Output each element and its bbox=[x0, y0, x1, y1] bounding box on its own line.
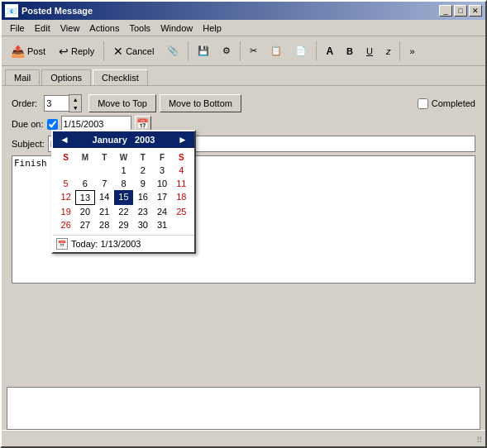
tab-options[interactable]: Options bbox=[41, 69, 91, 85]
cal-day-7[interactable]: 7 bbox=[95, 177, 114, 190]
cal-week-4: 19 20 21 22 23 24 25 bbox=[56, 205, 191, 218]
cal-day-27[interactable]: 27 bbox=[75, 218, 94, 231]
cal-day-4[interactable]: 4 bbox=[172, 164, 191, 177]
cal-day-20[interactable]: 20 bbox=[75, 205, 94, 218]
attachment-button[interactable]: 📎 bbox=[161, 40, 184, 63]
menu-help[interactable]: Help bbox=[198, 21, 227, 35]
menu-window[interactable]: Window bbox=[155, 21, 198, 35]
cal-day-28[interactable]: 28 bbox=[95, 218, 114, 231]
cal-empty bbox=[75, 164, 94, 177]
cal-day-2[interactable]: 2 bbox=[133, 164, 152, 177]
cancel-icon: ✕ bbox=[113, 45, 123, 58]
minimize-button[interactable]: _ bbox=[439, 5, 452, 17]
order-input[interactable]: 3 bbox=[44, 95, 69, 112]
cut-button[interactable]: ✂ bbox=[244, 40, 263, 63]
header-thursday: T bbox=[133, 151, 152, 164]
cal-day-18[interactable]: 18 bbox=[172, 190, 191, 205]
order-spinner: 3 ▲ ▼ bbox=[44, 94, 82, 112]
separator-4 bbox=[316, 41, 317, 61]
header-wednesday: W bbox=[114, 151, 133, 164]
cal-day-12[interactable]: 12 bbox=[56, 190, 75, 205]
separator-1 bbox=[103, 41, 104, 61]
cal-day-29[interactable]: 29 bbox=[114, 218, 133, 231]
cal-empty bbox=[172, 218, 191, 231]
calendar-footer[interactable]: 📅 Today: 1/13/2003 bbox=[53, 235, 194, 252]
copy-button[interactable]: 📋 bbox=[265, 40, 288, 63]
title-bar-buttons: _ □ ✕ bbox=[439, 5, 482, 17]
cal-day-11[interactable]: 11 bbox=[172, 177, 191, 190]
cal-day-9[interactable]: 9 bbox=[133, 177, 152, 190]
more-button[interactable]: » bbox=[403, 40, 420, 63]
italic-button[interactable]: z bbox=[380, 40, 397, 63]
cal-day-23[interactable]: 23 bbox=[133, 205, 152, 218]
paste-button[interactable]: 📄 bbox=[289, 40, 313, 63]
spinner-down[interactable]: ▼ bbox=[69, 103, 81, 112]
cal-day-1[interactable]: 1 bbox=[114, 164, 133, 177]
cancel-button[interactable]: ✕ Cancel bbox=[107, 40, 160, 63]
menu-view[interactable]: View bbox=[55, 21, 85, 35]
calendar-year: 2003 bbox=[135, 135, 155, 145]
menu-bar: File Edit View Actions Tools Window Help bbox=[2, 20, 485, 36]
menu-edit[interactable]: Edit bbox=[30, 21, 55, 35]
calendar-grid: S M T W T F S 1 2 3 4 5 6 7 bbox=[53, 148, 194, 235]
attachment-icon: 📎 bbox=[167, 45, 179, 56]
tab-checklist[interactable]: Checklist bbox=[93, 69, 148, 85]
cal-day-8[interactable]: 8 bbox=[114, 177, 133, 190]
cal-day-19[interactable]: 19 bbox=[56, 205, 75, 218]
cal-empty bbox=[95, 164, 114, 177]
header-monday: M bbox=[75, 151, 94, 164]
tab-bar: Mail Options Checklist bbox=[2, 66, 485, 85]
cal-day-25[interactable]: 25 bbox=[172, 205, 191, 218]
menu-tools[interactable]: Tools bbox=[124, 21, 155, 35]
spinner-buttons: ▲ ▼ bbox=[69, 94, 82, 112]
resize-grip[interactable]: ⠿ bbox=[472, 433, 485, 446]
close-button[interactable]: ✕ bbox=[469, 5, 482, 17]
menu-actions[interactable]: Actions bbox=[84, 21, 124, 35]
post-button[interactable]: 📤 Post bbox=[5, 40, 51, 63]
move-to-top-button[interactable]: Move to Top bbox=[88, 94, 156, 112]
cal-day-24[interactable]: 24 bbox=[152, 205, 171, 218]
title-bar: 📧 Posted Message _ □ ✕ bbox=[2, 2, 485, 20]
cal-day-3[interactable]: 3 bbox=[152, 164, 171, 177]
today-label[interactable]: Today: 1/13/2003 bbox=[71, 239, 141, 249]
header-sunday: S bbox=[56, 151, 75, 164]
due-on-checkbox[interactable] bbox=[47, 119, 58, 130]
toolbar: 📤 Post ↩ Reply ✕ Cancel 📎 💾 ⚙ ✂ 📋 📄 A B … bbox=[2, 36, 485, 66]
cal-day-15[interactable]: 15 bbox=[114, 190, 133, 205]
reply-icon: ↩ bbox=[59, 45, 69, 58]
bottom-note-area[interactable] bbox=[7, 387, 480, 430]
cal-day-5[interactable]: 5 bbox=[56, 177, 75, 190]
calendar-month-year: January 2003 bbox=[93, 135, 155, 145]
tab-mail[interactable]: Mail bbox=[5, 69, 40, 85]
cal-day-13[interactable]: 13 bbox=[75, 190, 94, 205]
cal-week-1: 1 2 3 4 bbox=[56, 164, 191, 177]
font-button[interactable]: A bbox=[320, 40, 339, 63]
reply-button[interactable]: ↩ Reply bbox=[53, 40, 100, 63]
bold-button[interactable]: B bbox=[341, 40, 359, 63]
calendar-month: January bbox=[93, 135, 127, 145]
cal-next-button[interactable]: ► bbox=[176, 134, 189, 145]
completed-checkbox[interactable] bbox=[418, 98, 428, 109]
cal-day-26[interactable]: 26 bbox=[56, 218, 75, 231]
cal-prev-button[interactable]: ◄ bbox=[58, 134, 71, 145]
save-button[interactable]: 💾 bbox=[192, 40, 215, 63]
order-row: Order: 3 ▲ ▼ Move to Top Move to Bottom … bbox=[12, 94, 475, 112]
move-to-bottom-button[interactable]: Move to Bottom bbox=[160, 94, 241, 112]
spinner-up[interactable]: ▲ bbox=[69, 95, 81, 103]
maximize-button[interactable]: □ bbox=[454, 5, 467, 17]
cal-day-22[interactable]: 22 bbox=[114, 205, 133, 218]
cal-day-30[interactable]: 30 bbox=[133, 218, 152, 231]
cal-day-21[interactable]: 21 bbox=[95, 205, 114, 218]
cal-day-31[interactable]: 31 bbox=[152, 218, 171, 231]
cal-day-17[interactable]: 17 bbox=[152, 190, 171, 205]
cal-day-16[interactable]: 16 bbox=[133, 190, 152, 205]
cal-day-6[interactable]: 6 bbox=[75, 177, 94, 190]
options-button[interactable]: ⚙ bbox=[217, 40, 236, 63]
cal-day-14[interactable]: 14 bbox=[95, 190, 114, 205]
underline-button[interactable]: U bbox=[360, 40, 379, 63]
cal-day-10[interactable]: 10 bbox=[152, 177, 171, 190]
completed-section: Completed bbox=[418, 98, 475, 109]
menu-file[interactable]: File bbox=[5, 21, 30, 35]
window-title: Posted Message bbox=[21, 6, 439, 16]
header-saturday: S bbox=[172, 151, 191, 164]
